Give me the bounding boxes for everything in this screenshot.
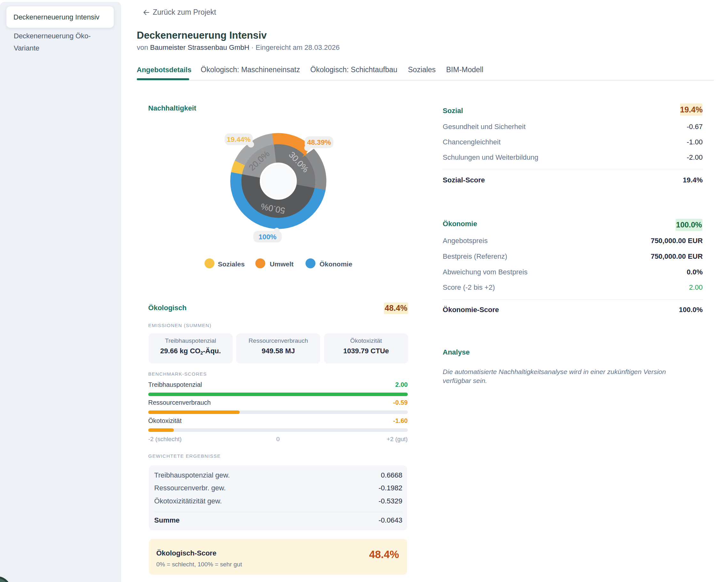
svg-text:19.44%: 19.44% — [227, 135, 251, 143]
svg-text:100%: 100% — [259, 233, 277, 241]
svg-text:48.39%: 48.39% — [307, 138, 331, 146]
